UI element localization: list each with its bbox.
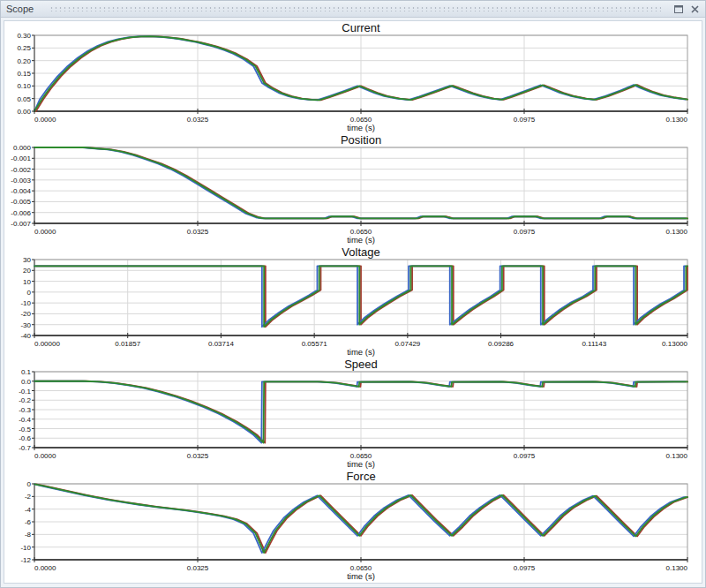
close-button[interactable]	[689, 4, 700, 14]
y-tick-label: -0.3	[19, 406, 31, 414]
series-group	[34, 266, 687, 327]
x-tick-label: 0.0325	[187, 116, 209, 124]
x-tick-label: 0.0325	[187, 452, 209, 460]
x-tick-label: 0.1300	[666, 228, 688, 236]
window-title: Scope	[6, 4, 34, 14]
y-tick-label: 0.25	[17, 44, 31, 52]
series-force-red	[36, 484, 687, 553]
titlebar[interactable]: Scope	[1, 1, 705, 18]
y-tick-label: -10	[20, 544, 31, 552]
x-tick-label: 0.1300	[666, 116, 688, 124]
maximize-button[interactable]	[673, 4, 684, 14]
y-tick-label: 0	[27, 480, 32, 488]
x-tick-label: 0.0325	[187, 564, 209, 572]
chart-voltage: Voltage3020100-10-20-30-400.000000.01857…	[4, 245, 702, 358]
charts-container: Current0.300.250.200.150.100.050.000.000…	[4, 20, 702, 584]
x-tick-label: 0.0325	[187, 228, 209, 236]
y-tick-label: -0.003	[11, 177, 31, 185]
y-tick-label: 0.0	[21, 378, 32, 386]
x-tick-label: 0.07429	[394, 340, 420, 348]
y-tick-label: -0.002	[11, 166, 31, 174]
x-tick-label: 0.11143	[582, 340, 606, 348]
y-tick-label: 0.20	[17, 57, 31, 65]
y-tick-label: -40	[20, 332, 31, 340]
y-tick-label: 0.05	[17, 95, 31, 103]
chart-title: Force	[346, 470, 375, 483]
chart-speed: Speed0.10.0-0.1-0.2-0.3-0.4-0.5-0.6-0.70…	[4, 358, 702, 470]
y-tick-label: 0.10	[17, 82, 31, 90]
y-tick-label: 0.15	[17, 70, 31, 78]
x-tick-label: 0.09286	[488, 340, 514, 348]
y-tick-label: -4	[25, 506, 32, 514]
x-axis-label: time (s)	[347, 459, 375, 469]
y-tick-label: -0.004	[11, 187, 31, 195]
y-tick-label: -0.1	[19, 388, 31, 396]
y-tick-label: 0.00	[17, 108, 31, 116]
y-tick-label: -0.001	[11, 155, 31, 162]
x-axis-label: time (s)	[347, 123, 375, 132]
y-tick-label: -0.005	[11, 198, 31, 206]
series-force-blue	[34, 484, 686, 553]
scope-window: Scope Current0.300.250.200.150.100.050.0…	[0, 0, 706, 588]
y-tick-label: 0.1	[21, 368, 32, 376]
x-tick-label: 0.03714	[208, 340, 234, 348]
chart-title: Position	[341, 133, 381, 147]
y-tick-label: 0	[27, 289, 32, 297]
x-tick-label: 0.0000	[34, 564, 56, 572]
x-axis-label: time (s)	[347, 347, 375, 357]
y-tick-label: -0.5	[19, 426, 31, 433]
y-tick-label: -0.007	[11, 220, 31, 228]
chart-title: Current	[342, 21, 380, 34]
chart-title: Speed	[344, 358, 378, 371]
x-tick-label: 0.0000	[34, 452, 56, 460]
x-tick-label: 0.00000	[34, 340, 60, 348]
titlebar-drag-handle[interactable]	[49, 6, 661, 11]
y-tick-label: -8	[25, 531, 32, 539]
chart-current: Current0.300.250.200.150.100.050.000.000…	[4, 21, 702, 133]
maximize-icon	[674, 5, 683, 13]
y-tick-label: -30	[20, 321, 31, 329]
x-tick-label: 0.13000	[662, 340, 687, 348]
y-tick-label: 30	[23, 256, 31, 264]
series-voltage-red	[36, 266, 687, 327]
x-axis-label: time (s)	[347, 571, 375, 581]
y-tick-label: -0.4	[19, 416, 31, 424]
y-tick-label: -0.6	[19, 434, 31, 442]
x-tick-label: 0.0975	[514, 452, 536, 460]
x-tick-label: 0.0000	[34, 116, 56, 124]
x-tick-label: 0.1300	[666, 452, 688, 460]
chart-position: Position0.000-0.001-0.002-0.003-0.004-0.…	[4, 133, 702, 245]
chart-force: Force0-2-4-6-8-10-120.00000.03250.06500.…	[4, 470, 702, 582]
x-tick-label: 0.05571	[302, 340, 327, 348]
x-tick-label: 0.0975	[514, 228, 536, 236]
y-tick-label: 20	[23, 267, 31, 275]
y-tick-label: 0.000	[13, 144, 32, 152]
y-tick-label: -0.006	[11, 209, 31, 217]
y-tick-label: -6	[25, 518, 32, 526]
x-tick-label: 0.0000	[34, 228, 56, 236]
x-tick-label: 0.1300	[666, 564, 688, 572]
y-tick-label: -20	[20, 310, 31, 318]
x-tick-label: 0.0975	[514, 116, 536, 124]
x-tick-label: 0.0975	[514, 564, 536, 572]
close-icon	[691, 5, 699, 13]
chart-title: Voltage	[342, 245, 379, 259]
y-tick-label: -10	[20, 299, 31, 307]
y-tick-label: 0.30	[17, 32, 31, 40]
y-tick-label: -2	[25, 493, 32, 501]
y-tick-label: -12	[20, 556, 31, 564]
y-tick-label: -0.7	[19, 444, 31, 452]
x-axis-label: time (s)	[347, 235, 375, 245]
y-tick-label: -0.2	[19, 396, 31, 404]
y-tick-label: 10	[23, 278, 31, 286]
x-tick-label: 0.01857	[115, 340, 140, 348]
